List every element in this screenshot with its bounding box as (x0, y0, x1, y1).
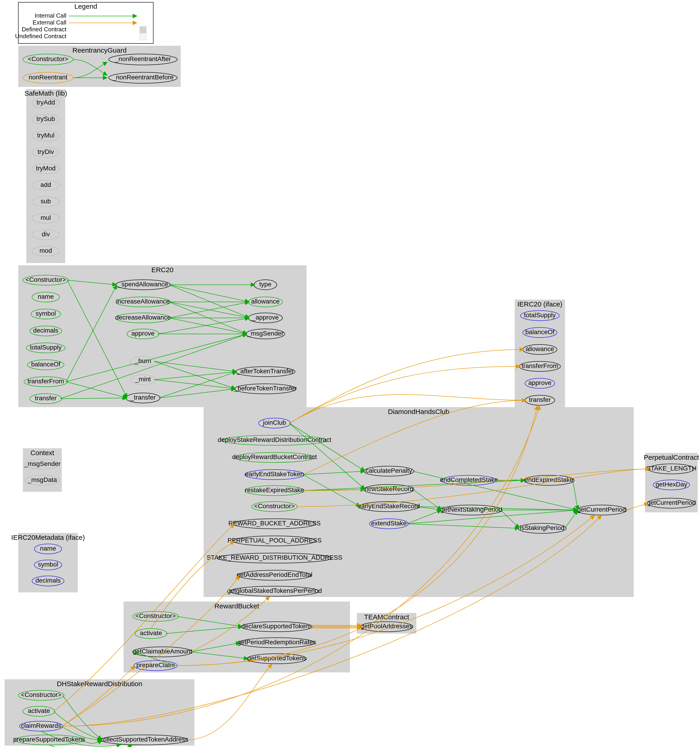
ierc20-balanceOf-label: balanceOf (525, 328, 555, 336)
sm-tryAdd-label: tryAdd (36, 99, 55, 106)
legend-defined-contract: Defined Contract (22, 26, 67, 33)
contract-safemath: SafeMath (lib) tryAddtrySubtryMultryDivt… (24, 89, 67, 263)
erc20-_beforeTokenTransfer-label: _beforeTokenTransfer (234, 385, 297, 392)
sd-ctor-label: <Constructor> (21, 691, 61, 698)
ierc20-allowance-label: allowance (526, 345, 554, 352)
contract-context: Context _msgSender _msgData (23, 448, 62, 492)
contract-dhsrd: DHStakeRewardDistribution <Constructor>a… (5, 679, 195, 747)
erc20-decreaseAllowance-label: decreaseAllowance (115, 314, 171, 321)
dhc-extendStake-label: extendStake (371, 520, 407, 527)
erc20-decimals-label: decimals (33, 327, 58, 334)
svg-text:nonReentrant: nonReentrant (29, 74, 68, 81)
erc20-_msgSender-label: _msgSender (247, 330, 284, 337)
svg-text:getCurrentPeriod: getCurrentPeriod (647, 499, 695, 506)
erc20-allowance-label: allowance (251, 298, 280, 305)
contract-ierc20: IERC20 (iface) totalSupplybalanceOfallow… (515, 299, 565, 407)
erc20-title: ERC20 (151, 266, 174, 274)
ierc20-totalSupply-label: totalSupply (524, 312, 556, 319)
team-title: TEAMContract (364, 613, 409, 621)
dhc-deployStakeRewardDistributionContract-label: deployStakeRewardDistributionContract (218, 436, 331, 443)
dhc-PERPETUAL_POOL_ADDRESS-label: PERPETUAL_POOL_ADDRESS (228, 537, 322, 544)
rb-title: RewardBucket (214, 602, 259, 610)
legend-undefined-contract: Undefined Contract (15, 33, 67, 39)
sm-tryMul-label: tryMul (37, 132, 54, 139)
rb-activate-label: activate (140, 629, 162, 637)
dhc-REWARD_BUCKET_ADDRESS-label: REWARD_BUCKET_ADDRESS (228, 520, 321, 527)
edge (186, 664, 272, 740)
erc20-_afterTokenTransfer-label: _afterTokenTransfer (237, 367, 294, 375)
erc20-ctor-label: <Constructor> (26, 276, 66, 283)
svg-text:getHexDay: getHexDay (656, 481, 688, 488)
dhc-deployRewardBucketContract-label: deployRewardBucketContract (232, 453, 317, 460)
erc20-_approve-label: _approve (252, 314, 279, 321)
svg-text:STAKE_LENGTH: STAKE_LENGTH (647, 465, 697, 472)
dhc-ctor-label: <Constructor> (254, 502, 295, 510)
dhc-endexpired-label: endExpiredStake (525, 476, 573, 483)
erc20-_transfer-label: _transfer (130, 394, 156, 401)
rb-rates-label: getPeriodRedemptionRates (237, 638, 316, 646)
dhsrd-title: DHStakeRewardDistribution (57, 680, 142, 688)
dhc-restakeExpiredStake-label: restakeExpiredStake (245, 487, 304, 494)
contract-perpetual: PerpetualContract STAKE_LENGTH getHexDay… (644, 453, 699, 512)
dhc-isstaking-label: isStakingPeriod (520, 524, 565, 531)
dhc-joinClub-label: joinClub (263, 419, 286, 426)
erc20-balanceOf-label: balanceOf (31, 361, 60, 368)
sm-trySub-label: trySub (36, 115, 55, 122)
sm-mod-label: mod (39, 247, 52, 254)
rb-claimable-label: getClaimableAmount (133, 648, 192, 655)
dhc-earlyEndStakeRecord-label: earlyEndStakeRecord (358, 502, 420, 510)
erc20-transferFrom-label: transferFrom (27, 378, 64, 385)
pc-title: PerpetualContract (644, 454, 699, 461)
rg-title: ReentrancyGuard (73, 47, 127, 54)
legend-title: Legend (74, 3, 97, 10)
sm-add-label: add (41, 181, 51, 188)
svg-text:_nonReentrantBefore: _nonReentrantBefore (112, 74, 174, 81)
dhc-curperiod-label: getCurrentPeriod (577, 506, 626, 513)
erc20-_mint-label: _mint (135, 375, 151, 383)
erc20-approve-label: approve (131, 330, 154, 337)
erc20-name-label: name (38, 293, 54, 300)
svg-text:decimals: decimals (35, 577, 60, 584)
contract-reentrancy-guard: ReentrancyGuard <Constructor> nonReentra… (18, 46, 181, 87)
sm-title: SafeMath (lib) (24, 89, 67, 97)
contract-erc20: ERC20 <Constructor>namesymboldecimalstot… (18, 265, 307, 407)
sm-sub-label: sub (41, 198, 51, 205)
erc20-increaseAllowance-label: increaseAllowance (116, 298, 169, 305)
contract-dhc: DiamondHandsClub joinClubdeployStakeRewa… (204, 407, 633, 597)
sd-activate-label: activate (28, 707, 50, 714)
svg-text:name: name (40, 545, 56, 552)
dhc-title: DiamondHandsClub (388, 408, 449, 415)
dhc-calculatePenalty-label: calculatePenalty (366, 467, 412, 474)
erc20-_burn-label: _burn (135, 357, 151, 364)
sd-claim-label: claimRewards (21, 722, 61, 729)
sm-tryDiv-label: tryDiv (38, 148, 54, 155)
erc20-_spendAllowance-label: _spendAllowance (118, 281, 168, 288)
ierc20-transferFrom-label: transferFrom (522, 362, 558, 369)
sm-tryMod-label: tryMod (36, 165, 56, 172)
legend-internal-call: Internal Call (35, 12, 67, 19)
legend-undef-swatch (139, 33, 147, 40)
svg-text:_msgData: _msgData (27, 476, 57, 483)
legend-external-call: External Call (33, 19, 67, 26)
ierc20-approve-label: approve (528, 379, 551, 386)
erc20-type-label: type (259, 281, 272, 288)
erc20-totalSupply-label: totalSupply (30, 344, 62, 351)
legend: Legend Internal Call External Call Defin… (15, 2, 153, 44)
ctx-title: Context (30, 449, 54, 457)
dhc-getAddressPeriodEndTotal-label: getAddressPeriodEndTotal (237, 571, 313, 578)
contract-ierc20metadata: IERC20Metadata (iface) name symbol decim… (11, 533, 85, 593)
svg-text:_msgSender: _msgSender (24, 460, 60, 467)
svg-text:<Constructor>: <Constructor> (28, 55, 68, 62)
svg-text:symbol: symbol (38, 561, 58, 568)
erc20-transfer-label: transfer (35, 395, 57, 402)
sd-collect-label: collectSupportedTokenAddress (100, 736, 188, 743)
legend-defined-swatch (139, 26, 147, 33)
dhc-STAKE_REWARD_DISTRIBUTION_ADDRESS-label: STAKE_REWARD_DISTRIBUTION_ADDRESS (207, 554, 342, 561)
rb-ctor-label: <Constructor> (135, 612, 176, 619)
contract-team: TEAMContract getPoolAddresses (357, 613, 416, 634)
dhc-earlyEndStakeToken-label: earlyEndStakeToken (245, 470, 304, 478)
sm-div-label: div (42, 231, 50, 237)
svg-text:_nonReentrantAfter: _nonReentrantAfter (115, 55, 171, 62)
rb-prepare-label: prepareClaim (136, 661, 175, 668)
rb-declare-label: declareSupportedTokens (241, 623, 312, 630)
